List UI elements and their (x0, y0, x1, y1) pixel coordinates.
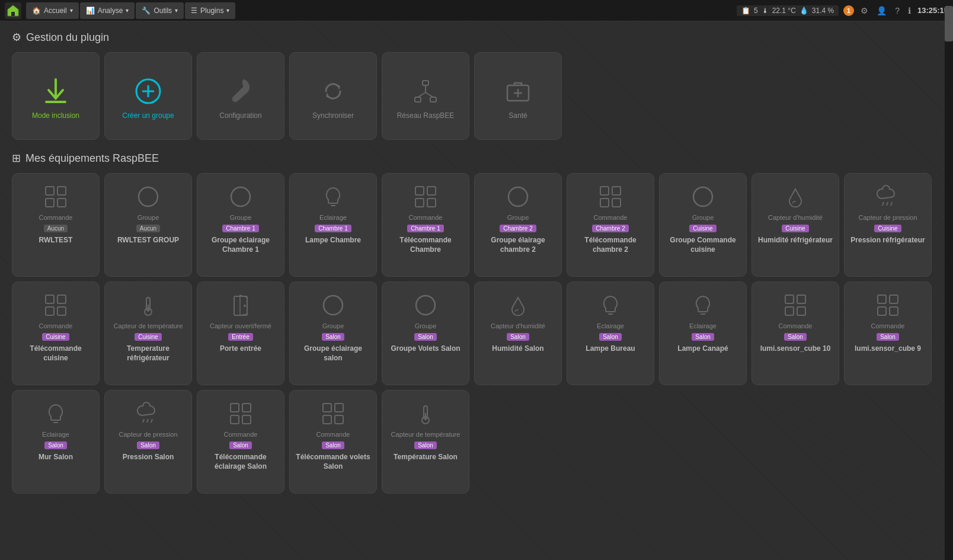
equip-type: Groupe (137, 214, 159, 221)
svg-rect-61 (242, 404, 251, 412)
equip-card-3[interactable]: Eclairage Chambre 1 Lampe Chambre (289, 173, 377, 277)
plugin-card-label: Configuration (219, 111, 261, 120)
equip-card-12[interactable]: Capteur ouvert/fermé Entrée Porte entrée (197, 281, 284, 385)
svg-rect-1 (11, 12, 15, 16)
svg-rect-15 (46, 187, 54, 195)
nav-outils[interactable]: 🔧 Outils ▾ (136, 2, 184, 19)
plugin-section-title: ⚙ Gestion du plugin (12, 31, 941, 44)
nav-plugins[interactable]: ☰ Plugins ▾ (185, 2, 235, 19)
equip-card-23[interactable]: Commande Salon Télécommande volets Salon (289, 390, 377, 494)
svg-rect-66 (323, 415, 331, 424)
equip-card-21[interactable]: Capteur de pression Salon Pression Salon (104, 390, 192, 494)
svg-rect-38 (57, 307, 66, 315)
settings-icon[interactable]: ⚙ (859, 6, 870, 15)
user-icon[interactable]: 👤 (875, 6, 888, 15)
info-icon[interactable]: ℹ (906, 6, 913, 15)
equip-type: Groupe (415, 322, 437, 329)
plugin-card-label: Créer un groupe (122, 111, 174, 120)
equip-card-5[interactable]: Groupe Chambre 2 Groupe élairage chambre… (474, 173, 562, 277)
equip-type: Capteur d'humidité (768, 214, 823, 221)
equip-type: Capteur de température (391, 431, 460, 438)
room-badge: Salon (692, 333, 714, 341)
equip-card-19[interactable]: Commande Salon lumi.sensor_cube 9 (844, 281, 932, 385)
plugin-card-sante[interactable]: Santé (474, 52, 562, 140)
equip-name: lumi.sensor_cube 9 (855, 344, 921, 354)
equip-card-9[interactable]: Capteur de pression Cuisine Pression réf… (844, 173, 932, 277)
equip-type: Eclairage (689, 322, 717, 329)
equip-card-10[interactable]: Commande Cuisine Télécommande cuisine (12, 281, 100, 385)
equip-card-2[interactable]: Groupe Chambre 1 Groupe éclairage Chambr… (197, 173, 284, 277)
equip-card-1[interactable]: Groupe Aucun RWLTEST GROUP (104, 173, 192, 277)
scrollbar-thumb[interactable] (945, 6, 953, 41)
svg-rect-65 (335, 404, 343, 412)
svg-line-58 (147, 419, 148, 423)
room-badge: Salon (137, 441, 159, 449)
equip-card-13[interactable]: Groupe Salon Groupe éclairage salon (289, 281, 377, 385)
room-badge: Cuisine (689, 225, 716, 232)
plus-circle-icon (133, 72, 164, 106)
navbar-right: 📋 5 🌡 22.1 °C 💧 31.4 % 1 ⚙ 👤 ? ℹ 13:25:1… (737, 5, 948, 16)
equip-card-22[interactable]: Commande Salon Télécommande éclairage Sa… (197, 390, 284, 494)
equip-name: Groupe Volets Salon (391, 344, 460, 354)
equip-card-0[interactable]: Commande Aucun RWLTEST (12, 173, 100, 277)
door-icon (228, 289, 253, 318)
plugin-card-configuration[interactable]: Configuration (197, 52, 284, 140)
circle-icon (136, 181, 161, 209)
plugin-cards-grid: Mode inclusion Créer un groupe Configura… (12, 52, 941, 140)
svg-rect-50 (785, 307, 794, 315)
cloud-rain-icon (136, 398, 161, 426)
alert-badge[interactable]: 1 (843, 5, 854, 16)
equip-name: Porte entrée (220, 344, 261, 354)
equip-card-4[interactable]: Commande Chambre 1 Télécommande Chambre (382, 173, 469, 277)
wrench-icon (225, 72, 256, 106)
equip-card-7[interactable]: Groupe Cuisine Groupe Commande cuisine (659, 173, 747, 277)
equip-name: Télécommande volets Salon (295, 453, 372, 471)
plugin-card-reseau-raspbee[interactable]: Réseau RaspBEE (382, 52, 469, 140)
plugin-card-creer-groupe[interactable]: Créer un groupe (104, 52, 192, 140)
equip-name: Groupe élairage chambre 2 (479, 236, 557, 254)
plugins-icon: ☰ (191, 7, 197, 15)
chevron-down-icon: ▾ (226, 7, 229, 14)
equip-card-16[interactable]: Eclairage Salon Lampe Bureau (567, 281, 654, 385)
nav-analyse[interactable]: 📊 Analyse ▾ (80, 2, 135, 19)
equip-card-14[interactable]: Groupe Salon Groupe Volets Salon (382, 281, 469, 385)
equip-name: RWLTEST (39, 236, 73, 245)
equip-card-15[interactable]: Capteur d'humidité Salon Humidité Salon (474, 281, 562, 385)
svg-rect-67 (335, 415, 343, 424)
equip-card-24[interactable]: Capteur de température Salon Température… (382, 390, 469, 494)
plugin-card-synchroniser[interactable]: Synchroniser (289, 52, 377, 140)
medkit-icon (503, 72, 533, 106)
scrollbar[interactable] (945, 0, 953, 560)
svg-rect-8 (430, 97, 436, 102)
equip-name: Humidité réfrigérateur (758, 236, 833, 245)
svg-line-57 (143, 419, 144, 423)
equip-card-17[interactable]: Eclairage Salon Lampe Canapé (659, 281, 747, 385)
equip-card-8[interactable]: Capteur d'humidité Cuisine Humidité réfr… (751, 173, 839, 277)
equip-card-11[interactable]: Capteur de température Cuisine Temperatu… (104, 281, 192, 385)
nav-accueil[interactable]: 🏠 Accueil ▾ (26, 2, 79, 19)
equip-card-6[interactable]: Commande Chambre 2 Télécommande chambre … (567, 173, 654, 277)
download-icon (40, 72, 71, 106)
svg-rect-63 (242, 415, 251, 424)
circle-icon (321, 289, 346, 318)
equip-name: Pression Salon (123, 453, 174, 462)
help-icon[interactable]: ? (893, 6, 901, 15)
plugin-card-label: Synchroniser (312, 111, 354, 120)
room-badge: Salon (784, 333, 807, 341)
equip-type: Capteur de pression (858, 214, 917, 221)
logo-icon (5, 2, 21, 19)
plugin-card-label: Santé (509, 111, 527, 120)
grid-icon (43, 289, 68, 318)
equip-card-20[interactable]: Eclairage Salon Mur Salon (12, 390, 100, 494)
equip-card-18[interactable]: Commande Salon lumi.sensor_cube 10 (751, 281, 839, 385)
bulb-icon (690, 289, 715, 318)
main-content: ⚙ Gestion du plugin Mode inclusion Créer… (0, 21, 953, 560)
brand[interactable] (5, 2, 21, 19)
equip-name: Groupe éclairage Chambre 1 (202, 236, 279, 254)
equip-type: Commande (316, 431, 350, 438)
svg-rect-35 (46, 295, 54, 303)
equip-type: Groupe (692, 214, 714, 221)
equip-type: Commande (779, 322, 813, 329)
plugin-card-mode-inclusion[interactable]: Mode inclusion (12, 52, 100, 140)
svg-line-32 (882, 202, 884, 206)
